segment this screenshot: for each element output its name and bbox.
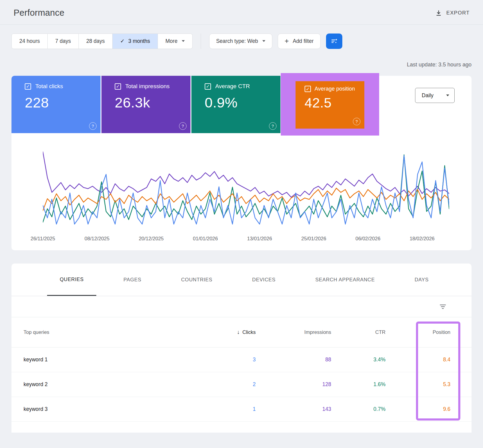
tab-search-appearance[interactable]: SEARCH APPEARANCE [303, 264, 388, 296]
tab-label: COUNTRIES [181, 277, 212, 283]
query-cell: keyword 3 [24, 406, 207, 412]
granularity-dropdown[interactable]: Daily [415, 88, 455, 103]
column-top-queries[interactable]: Top queries [24, 329, 207, 335]
table-filter-row [11, 296, 472, 317]
range-24-hours-chip[interactable]: 24 hours [11, 34, 48, 49]
position-cell: 5.3 [385, 381, 459, 388]
x-tick-label: 08/12/2025 [85, 236, 110, 242]
export-button[interactable]: EXPORT [435, 10, 470, 16]
metric-card-header: ✓ Average CTR [191, 83, 280, 90]
range-label: 24 hours [19, 38, 40, 44]
range-more-chip[interactable]: More [158, 34, 193, 49]
metric-label: Total clicks [35, 83, 63, 90]
filter-sparkle-icon [331, 38, 338, 44]
dimension-table-card: QUERIES PAGES COUNTRIES DEVICES SEARCH A… [11, 264, 472, 433]
timeseries-chart: 26/11/2025 08/12/2025 20/12/2025 01/01/2… [43, 148, 449, 244]
add-filter-label: Add filter [293, 38, 314, 44]
ctr-cell: 0.7% [331, 406, 385, 412]
page-title: Performance [14, 8, 64, 18]
query-cell: keyword 1 [24, 357, 207, 363]
metric-card-total-clicks[interactable]: ✓ Total clicks 228 ? [11, 76, 101, 133]
impressions-cell: 128 [256, 381, 331, 388]
help-icon[interactable]: ? [269, 122, 277, 130]
metric-card-total-impressions[interactable]: ✓ Total impressions 26.3k ? [101, 76, 190, 133]
chevron-down-icon [182, 40, 185, 42]
x-tick-label: 13/01/2026 [247, 236, 272, 242]
checkbox-checked-icon[interactable]: ✓ [115, 83, 121, 90]
clicks-cell: 2 [207, 381, 256, 388]
tab-countries[interactable]: COUNTRIES [168, 264, 225, 296]
table-row[interactable]: keyword 3 1 143 0.7% 9.6 [11, 397, 472, 422]
metric-card-header: ✓ Total impressions [101, 83, 190, 90]
range-28-days-chip[interactable]: 28 days [79, 34, 113, 49]
checkbox-checked-icon[interactable]: ✓ [205, 83, 211, 90]
tab-days[interactable]: DAYS [402, 264, 441, 296]
range-label: 3 months [128, 38, 150, 44]
x-axis-labels: 26/11/2025 08/12/2025 20/12/2025 01/01/2… [43, 236, 449, 244]
export-label: EXPORT [446, 10, 470, 16]
x-tick-label: 18/02/2026 [410, 236, 435, 242]
metric-card-average-ctr[interactable]: ✓ Average CTR 0.9% ? [191, 76, 280, 133]
tab-pages[interactable]: PAGES [111, 264, 154, 296]
toolbar-separator [201, 34, 201, 49]
dimension-tabs: QUERIES PAGES COUNTRIES DEVICES SEARCH A… [11, 264, 472, 296]
page-header: Performance EXPORT [0, 0, 483, 24]
metric-card-header: ✓ Average position [296, 86, 364, 92]
x-tick-label: 26/11/2025 [30, 236, 55, 242]
smart-filter-button[interactable] [326, 34, 342, 49]
range-3-months-chip[interactable]: ✓ 3 months [113, 34, 158, 49]
help-icon[interactable]: ? [89, 122, 97, 130]
metric-card-header: ✓ Total clicks [11, 83, 101, 90]
table-filter-icon[interactable] [440, 304, 446, 309]
tab-label: DEVICES [252, 277, 275, 283]
x-tick-label: 06/02/2026 [356, 236, 381, 242]
metric-label: Average CTR [215, 83, 250, 90]
x-tick-label: 20/12/2025 [139, 236, 164, 242]
column-impressions[interactable]: Impressions [256, 329, 331, 335]
range-label: 28 days [86, 38, 105, 44]
help-icon[interactable]: ? [353, 118, 360, 125]
table-row[interactable]: keyword 1 3 88 3.4% 8.4 [11, 347, 472, 372]
chevron-down-icon [262, 40, 265, 42]
range-7-days-chip[interactable]: 7 days [48, 34, 79, 49]
date-range-group: 24 hours 7 days 28 days ✓ 3 months More [11, 34, 193, 49]
average-position-annotation-box: ✓ Average position 42.5 ? [281, 73, 379, 136]
table-header-row: Top queries ↓Clicks Impressions CTR Posi… [11, 317, 472, 347]
line-chart [43, 148, 449, 232]
search-type-label: Search type: Web [216, 38, 258, 44]
granularity-label: Daily [422, 92, 433, 99]
header-divider [0, 24, 483, 25]
metric-cards-row: ✓ Total clicks 228 ? ✓ Total impressions… [11, 76, 472, 136]
impressions-cell: 143 [256, 406, 331, 412]
checkbox-checked-icon[interactable]: ✓ [305, 86, 311, 92]
performance-chart-card: ✓ Total clicks 228 ? ✓ Total impressions… [11, 76, 472, 250]
search-type-dropdown[interactable]: Search type: Web [209, 34, 272, 49]
metric-value: 42.5 [296, 95, 364, 111]
column-clicks[interactable]: ↓Clicks [207, 329, 256, 335]
filter-toolbar: 24 hours 7 days 28 days ✓ 3 months More … [11, 33, 472, 49]
column-ctr[interactable]: CTR [331, 329, 385, 335]
metric-label: Total impressions [125, 83, 170, 90]
tab-queries[interactable]: QUERIES [47, 264, 96, 296]
ctr-cell: 1.6% [331, 381, 385, 388]
help-icon[interactable]: ? [179, 122, 187, 130]
table-row[interactable]: keyword 2 2 128 1.6% 5.3 [11, 372, 472, 397]
impressions-cell: 88 [256, 357, 331, 363]
ctr-cell: 3.4% [331, 357, 385, 363]
tab-label: PAGES [123, 277, 141, 283]
tab-devices[interactable]: DEVICES [239, 264, 288, 296]
x-tick-label: 25/01/2026 [301, 236, 326, 242]
add-filter-button[interactable]: + Add filter [278, 34, 321, 49]
range-label: 7 days [55, 38, 71, 44]
checkbox-checked-icon[interactable]: ✓ [25, 83, 31, 90]
sort-desc-icon: ↓ [237, 329, 240, 335]
tab-label: DAYS [414, 277, 429, 283]
position-cell: 9.6 [385, 406, 459, 412]
clicks-cell: 3 [207, 357, 256, 363]
column-position[interactable]: Position [385, 329, 459, 335]
metric-value: 26.3k [101, 94, 190, 111]
chevron-down-icon [446, 94, 449, 96]
tab-label: SEARCH APPEARANCE [315, 277, 375, 283]
range-label: More [165, 38, 178, 44]
metric-card-average-position[interactable]: ✓ Average position 42.5 ? [296, 81, 364, 129]
